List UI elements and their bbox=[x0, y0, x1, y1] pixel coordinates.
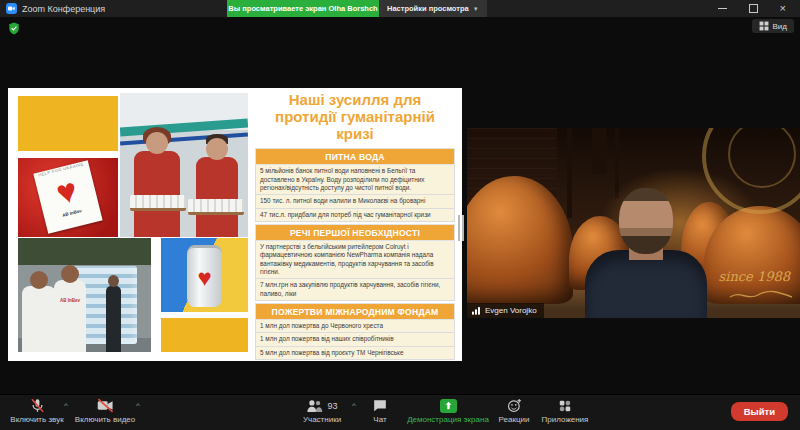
resize-handle[interactable] bbox=[458, 215, 464, 241]
view-button[interactable]: Вид bbox=[752, 19, 794, 33]
close-icon[interactable]: × bbox=[780, 3, 786, 14]
volunteer-center: AB InBev bbox=[54, 280, 86, 352]
drinking-water-can: ♥ bbox=[187, 245, 222, 307]
screen-share-banner: Вы просматриваете экран Olha Borshch bbox=[227, 0, 379, 17]
apps-button[interactable]: Приложения bbox=[538, 398, 592, 424]
section-item: У партнерстві з бельгійським ритейлером … bbox=[255, 241, 455, 279]
window-controls: × bbox=[718, 3, 800, 14]
yellow-square-top bbox=[18, 96, 118, 151]
chat-icon bbox=[373, 399, 387, 412]
section-item: 5 млн дол пожертва від проєкту ТМ Черніг… bbox=[255, 347, 455, 360]
share-screen-icon bbox=[440, 399, 457, 413]
participants-icon bbox=[306, 399, 323, 412]
section-item: 7 млн.грн на закупівлю продуктів харчува… bbox=[255, 279, 455, 301]
leave-button[interactable]: Выйти bbox=[731, 402, 788, 421]
chat-button[interactable]: Чат bbox=[366, 398, 394, 424]
window-title: Zoom Конференция bbox=[22, 4, 105, 14]
photo-water-can: ♥ bbox=[161, 238, 248, 312]
section-item: 150 тис. л. питної води налили в Миколає… bbox=[255, 195, 455, 208]
unmute-label: Включить звук bbox=[10, 415, 63, 424]
slide-title: Наші зусилля для протидії гуманітарній к… bbox=[255, 90, 455, 146]
section-item: 1 млн дол пожертва від наших співробітни… bbox=[255, 333, 455, 346]
participant-head bbox=[619, 188, 673, 254]
start-video-button[interactable]: Включить видео bbox=[74, 398, 136, 424]
volunteer-left bbox=[22, 286, 56, 352]
paramedic-left bbox=[134, 151, 180, 237]
participant-name: Evgen Vorojko bbox=[485, 306, 537, 315]
start-video-label: Включить видео bbox=[75, 415, 135, 424]
meeting-toolbar: Включить звук ^ Включить видео ^ 93 Учас… bbox=[0, 394, 800, 430]
paramedic-head bbox=[206, 138, 228, 160]
section-item: 47 тис.л. придбали для потреб під час гу… bbox=[255, 209, 455, 222]
apps-label: Приложения bbox=[542, 415, 589, 424]
photo-paramedics bbox=[120, 93, 248, 237]
participants-label: Участники bbox=[303, 415, 341, 424]
reactions-button[interactable]: Реакции bbox=[494, 398, 534, 424]
view-button-label: Вид bbox=[773, 22, 787, 31]
share-screen-button[interactable]: Демонстрация экрана bbox=[404, 398, 492, 424]
cans-tray bbox=[188, 199, 244, 215]
section-essentials: РЕЧІ ПЕРШОЇ НЕОБХІДНОСТІ У партнерстві з… bbox=[255, 224, 455, 301]
zoom-app-icon bbox=[6, 3, 17, 14]
chevron-up-icon[interactable]: ^ bbox=[136, 401, 140, 410]
man-standing bbox=[106, 286, 121, 352]
shared-screen-slide: HELP FOR UKRAINE ♥ AB InBev bbox=[8, 88, 462, 361]
grid-view-icon bbox=[759, 21, 769, 31]
participant-torso bbox=[585, 250, 707, 318]
paramedic-right bbox=[196, 157, 238, 237]
section-item: 1 млн дол пожертва до Червоного хреста bbox=[255, 320, 455, 333]
chevron-down-icon: ▼ bbox=[473, 6, 479, 12]
minimize-icon[interactable] bbox=[718, 8, 727, 9]
participant-name-tag: Evgen Vorojko bbox=[467, 303, 544, 318]
participants-count-badge: 93 bbox=[327, 401, 337, 411]
unmute-button[interactable]: Включить звук bbox=[8, 398, 66, 424]
paramedic-head bbox=[146, 132, 168, 154]
mic-off-icon bbox=[30, 398, 45, 413]
participants-button[interactable]: 93 Участники bbox=[296, 398, 348, 424]
volunteer-head bbox=[61, 265, 79, 283]
participant-video[interactable]: since 1988 Evgen Vorojko bbox=[467, 128, 800, 318]
reactions-label: Реакции bbox=[499, 415, 530, 424]
meeting-stage: Вид HELP FOR UKRAINE ♥ AB InBev bbox=[0, 17, 800, 395]
man-head bbox=[108, 275, 119, 287]
heart-icon: ♥ bbox=[197, 264, 211, 292]
volunteer-head bbox=[30, 271, 48, 289]
chevron-up-icon[interactable]: ^ bbox=[352, 401, 356, 410]
since-1988-text: since 1988 bbox=[719, 269, 790, 284]
slide-content: Наші зусилля для протидії гуманітарній к… bbox=[255, 90, 455, 360]
camera-off-icon bbox=[97, 398, 114, 413]
section-header: ПОЖЕРТВИ МІЖНАРОДНИМ ФОНДАМ bbox=[255, 303, 455, 320]
section-donations: ПОЖЕРТВИ МІЖНАРОДНИМ ФОНДАМ 1 млн дол по… bbox=[255, 303, 455, 360]
shield-check-icon[interactable] bbox=[8, 21, 20, 39]
apps-icon bbox=[558, 399, 572, 413]
chevron-up-icon[interactable]: ^ bbox=[64, 401, 68, 410]
yellow-square-bottom bbox=[161, 318, 248, 352]
reactions-icon bbox=[507, 398, 522, 413]
view-settings-dropdown[interactable]: Настройки просмотра ▼ bbox=[379, 0, 487, 17]
zoom-window: Zoom Конференция Вы просматриваете экран… bbox=[0, 0, 800, 430]
share-screen-label: Демонстрация экрана bbox=[407, 415, 489, 424]
brand-label: AB InBev bbox=[54, 298, 86, 303]
photo-warehouse: AB InBev bbox=[18, 238, 151, 352]
restore-icon[interactable] bbox=[749, 4, 758, 13]
cans-tray bbox=[130, 195, 186, 211]
brewery-pipe bbox=[567, 128, 572, 218]
section-header: РЕЧІ ПЕРШОЇ НЕОБХІДНОСТІ bbox=[255, 224, 455, 241]
copper-kettle bbox=[467, 176, 573, 304]
view-settings-label: Настройки просмотра bbox=[387, 4, 469, 13]
chat-label: Чат bbox=[373, 415, 386, 424]
section-item: 5 мільйонів банок питної води наповнені … bbox=[255, 165, 455, 195]
photo-red-package: HELP FOR UKRAINE ♥ AB InBev bbox=[18, 158, 118, 237]
section-header: ПИТНА ВОДА bbox=[255, 148, 455, 165]
signal-bars-icon bbox=[472, 306, 481, 315]
help-for-ukraine-card: HELP FOR UKRAINE ♥ AB InBev bbox=[33, 160, 102, 234]
section-drinking-water: ПИТНА ВОДА 5 мільйонів банок питної води… bbox=[255, 148, 455, 222]
signature-flourish bbox=[728, 288, 794, 302]
titlebar: Zoom Конференция Вы просматриваете экран… bbox=[0, 0, 800, 17]
